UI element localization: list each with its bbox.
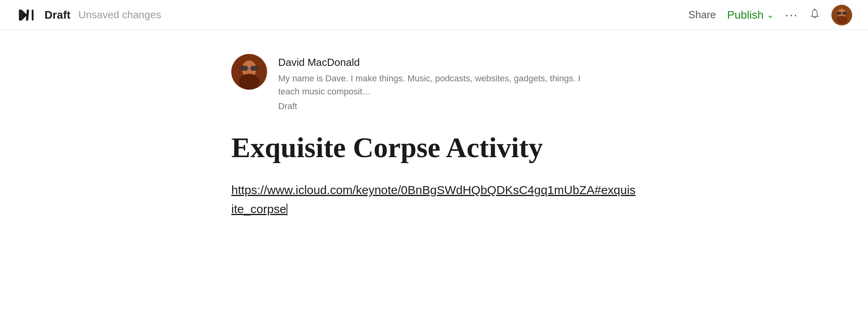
publish-button[interactable]: Publish ⌄ (727, 9, 774, 21)
topbar-right: Share Publish ⌄ ··· (688, 5, 852, 25)
article-link[interactable]: https://www.icloud.com/keynote/0BnBgSWdH… (231, 181, 637, 219)
main-content: David MacDonald My name is Dave. I make … (0, 30, 868, 219)
author-section: David MacDonald My name is Dave. I make … (231, 54, 637, 112)
author-bio: My name is Dave. I make things. Music, p… (278, 72, 596, 98)
draft-label: Draft (45, 9, 70, 21)
author-status: Draft (278, 101, 596, 112)
chevron-down-icon: ⌄ (767, 10, 774, 20)
notification-button[interactable] (809, 8, 820, 22)
svg-point-13 (239, 74, 260, 90)
svg-point-4 (814, 9, 816, 10)
more-icon: ··· (785, 8, 798, 22)
share-button[interactable]: Share (688, 9, 716, 21)
svg-rect-15 (251, 66, 258, 71)
svg-rect-0 (19, 10, 22, 21)
article-title: Exquisite Corpse Activity (231, 131, 637, 165)
publish-label: Publish (727, 9, 763, 21)
svg-rect-14 (241, 66, 248, 71)
svg-rect-8 (837, 12, 841, 15)
svg-point-7 (836, 16, 847, 24)
svg-rect-3 (32, 10, 34, 21)
user-avatar[interactable] (831, 5, 852, 25)
topbar: Draft Unsaved changes Share Publish ⌄ ··… (0, 0, 868, 30)
bell-icon (809, 8, 820, 21)
text-cursor (287, 204, 287, 215)
author-info: David MacDonald My name is Dave. I make … (278, 54, 596, 112)
unsaved-label: Unsaved changes (78, 9, 161, 21)
more-options-button[interactable]: ··· (785, 8, 798, 22)
article-link-text: https://www.icloud.com/keynote/0BnBgSWdH… (231, 183, 636, 215)
svg-rect-9 (843, 12, 847, 15)
article-container: David MacDonald My name is Dave. I make … (215, 54, 653, 219)
svg-rect-2 (26, 10, 29, 21)
author-name: David MacDonald (278, 56, 596, 69)
medium-logo[interactable] (16, 5, 37, 25)
author-avatar (231, 54, 267, 90)
topbar-left: Draft Unsaved changes (16, 5, 688, 25)
